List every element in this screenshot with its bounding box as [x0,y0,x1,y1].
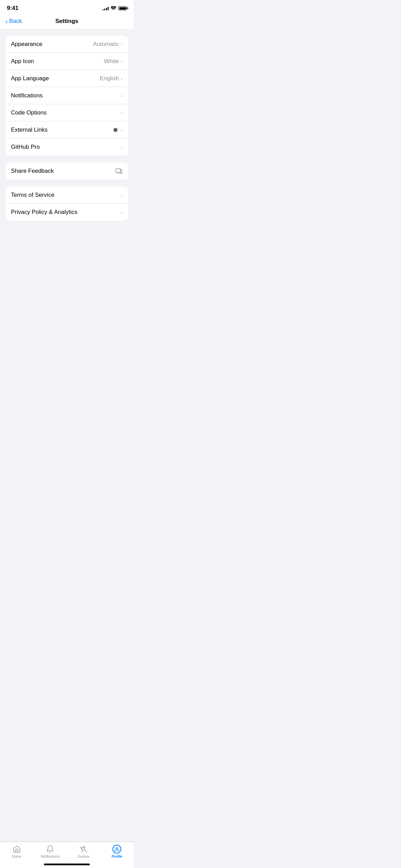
chevron-right-icon: › [121,144,123,150]
battery-icon [118,6,127,10]
external-links-label: External Links [11,126,48,133]
app-language-value: English [100,75,119,82]
settings-item-notifications[interactable]: Notifications › [5,87,128,104]
settings-item-app-icon[interactable]: App Icon White › [5,53,128,70]
code-options-label: Code Options [11,109,47,116]
chevron-right-icon: › [121,41,123,47]
page-title: Settings [55,18,78,25]
share-feedback-icon [115,167,123,175]
nav-header: ‹ Back Settings [0,14,134,29]
settings-item-github-pro[interactable]: GitHub Pro › [5,138,128,156]
share-feedback-label: Share Feedback [11,168,54,174]
status-icons [102,6,127,11]
privacy-label: Privacy Policy & Analytics [11,209,77,216]
app-language-label: App Language [11,75,49,82]
settings-item-external-links[interactable]: External Links › [5,121,128,138]
wifi-icon [111,6,116,11]
chevron-right-icon: › [121,209,123,215]
app-icon-label: App Icon [11,58,34,65]
settings-group-3: Terms of Service › Privacy Policy & Anal… [5,186,128,221]
settings-item-app-language[interactable]: App Language English › [5,70,128,87]
svg-rect-0 [116,169,121,173]
notifications-label: Notifications [11,92,43,99]
settings-group-1: Appearance Automatic › App Icon White › … [5,36,128,156]
chevron-right-icon: › [121,110,123,116]
chevron-right-icon: › [121,127,123,133]
settings-item-privacy[interactable]: Privacy Policy & Analytics › [5,204,128,221]
chevron-right-icon: › [121,75,123,81]
chevron-right-icon: › [121,192,123,198]
appearance-value: Automatic [93,41,119,48]
settings-content: Appearance Automatic › App Icon White › … [0,29,134,269]
settings-item-terms[interactable]: Terms of Service › [5,186,128,204]
status-time: 9:41 [7,5,19,12]
app-icon-value: White [104,58,119,65]
settings-item-share-feedback[interactable]: Share Feedback [5,162,128,180]
settings-item-appearance[interactable]: Appearance Automatic › [5,36,128,53]
signal-icon [102,6,109,10]
tab-spacer [5,228,128,262]
terms-label: Terms of Service [11,192,54,198]
back-label: Back [9,18,22,25]
github-pro-label: GitHub Pro [11,144,40,150]
settings-group-2: Share Feedback [5,162,128,180]
external-links-toggle-dot [113,128,118,132]
settings-item-code-options[interactable]: Code Options › [5,104,128,121]
chevron-right-icon: › [121,93,123,98]
back-button[interactable]: ‹ Back [5,18,22,25]
appearance-label: Appearance [11,41,42,48]
status-bar: 9:41 [0,0,134,14]
back-chevron-icon: ‹ [5,18,8,25]
chevron-right-icon: › [121,58,123,64]
